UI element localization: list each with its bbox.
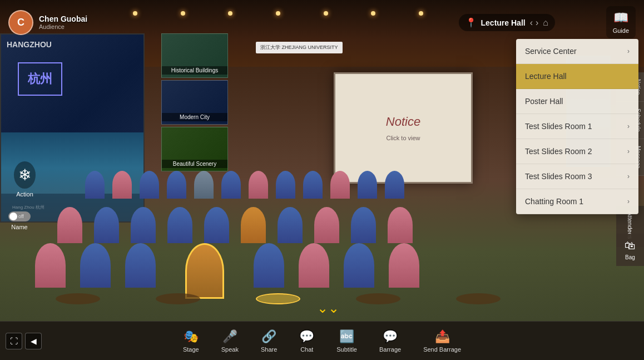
back-row (83, 171, 406, 199)
bag-button[interactable]: 🛍 Bag (616, 234, 644, 266)
panel-modern-label: Modern City (162, 113, 227, 121)
toolbar-subtitle[interactable]: 🔤 Subtitle (325, 325, 368, 357)
menu-item-lecture-hall[interactable]: Lecture Hall (516, 64, 638, 89)
share-label: Share (261, 346, 277, 353)
stage-label: Stage (183, 346, 199, 353)
send-barrage-label: Send Barrage (423, 346, 461, 353)
location-text: Lecture Hall (481, 18, 526, 27)
speak-icon: 🎤 (222, 329, 237, 344)
toolbar-send-barrage[interactable]: 📤 Send Barrage (412, 325, 472, 357)
tables (28, 293, 528, 304)
chat-icon: 💬 (299, 329, 314, 344)
guide-button[interactable]: 📖 Guide (606, 6, 636, 38)
user-avatar: C (8, 10, 33, 35)
bottom-left-controls: ⛶ ◀ (6, 333, 42, 349)
zjuniv-text: 浙江大学 ZHEJIANG UNIVERSITY (260, 45, 338, 50)
toolbar-chat[interactable]: 💬 Chat (288, 325, 325, 357)
toggle-off-label: off (18, 214, 24, 219)
subtitle-label: Subtitle (336, 346, 357, 353)
menu-test-slides-1-label: Test Slides Room 1 (525, 122, 592, 131)
location-pin-icon: 📍 (465, 17, 477, 28)
menu-chatting-room-1-arrow: › (627, 198, 630, 205)
user-name: Chen Guobai (39, 14, 87, 23)
name-tag-label: Name (11, 224, 27, 230)
back-button[interactable]: ◀ (25, 333, 42, 349)
scroll-down-indicator: ⌄⌄ (317, 300, 339, 316)
menu-item-test-slides-2[interactable]: Test Slides Room 2 › (516, 139, 638, 164)
action-label: Action (16, 191, 33, 198)
menu-test-slides-2-arrow: › (627, 147, 630, 155)
toolbar-speak[interactable]: 🎤 Speak (210, 325, 250, 357)
barrage-label: Barrage (379, 346, 401, 353)
barrage-icon: 💬 (383, 329, 398, 344)
menu-item-chatting-room-1[interactable]: Chatting Room 1 › (516, 189, 638, 214)
nav-home-icon[interactable]: ⌂ (543, 18, 548, 28)
chat-label: Chat (300, 346, 313, 353)
menu-item-test-slides-1[interactable]: Test Slides Room 1 › (516, 114, 638, 139)
menu-service-center-arrow: › (627, 47, 630, 55)
guide-icon: 📖 (613, 11, 628, 25)
toggle-knob (9, 213, 17, 220)
menu-item-poster-hall[interactable]: Poster Hall (516, 89, 638, 114)
toggle-switch[interactable]: off (8, 211, 31, 221)
front-row (33, 243, 421, 299)
guide-label: Guide (613, 27, 629, 34)
toolbar-share[interactable]: 🔗 Share (250, 325, 288, 357)
toolbar-stage[interactable]: 🎭 Stage (172, 325, 210, 357)
menu-chatting-room-1-label: Chatting Room 1 (525, 197, 583, 206)
user-role: Audience (39, 23, 87, 30)
nav-arrows: ‹ › (530, 18, 539, 28)
action-button[interactable]: ❄ Action (14, 161, 36, 198)
bag-label: Bag (625, 254, 635, 260)
stage-icon: 🎭 (184, 329, 199, 344)
user-info: C Chen Guobai Audience (8, 10, 87, 35)
menu-service-center-label: Service Center (525, 47, 577, 56)
main-figure (185, 243, 224, 299)
back-icon: ◀ (31, 337, 37, 346)
nav-next-arrow[interactable]: › (536, 18, 538, 28)
panel-modern-city[interactable]: Modern City (161, 80, 228, 125)
hangzhou-logo-area: 杭州 (18, 62, 62, 96)
menu-test-slides-3-label: Test Slides Room 3 (525, 172, 592, 181)
menu-test-slides-2-label: Test Slides Room 2 (525, 147, 592, 156)
action-icon: ❄ (14, 161, 36, 189)
toolbar-barrage[interactable]: 💬 Barrage (368, 325, 412, 357)
nav-prev-arrow[interactable]: ‹ (530, 18, 533, 28)
room-dropdown-menu: Service Center › Lecture Hall Poster Hal… (516, 39, 638, 214)
name-toggle[interactable]: off Name (8, 211, 31, 230)
bottom-toolbar: ⛶ ◀ 🎭 Stage 🎤 Speak 🔗 Share 💬 Chat 🔤 Sub… (0, 321, 644, 360)
menu-item-test-slides-3[interactable]: Test Slides Room 3 › (516, 164, 638, 189)
speak-label: Speak (221, 346, 239, 353)
menu-poster-hall-label: Poster Hall (525, 97, 563, 106)
fullscreen-icon: ⛶ (10, 337, 18, 346)
share-icon: 🔗 (261, 329, 276, 344)
menu-lecture-hall-label: Lecture Hall (525, 72, 567, 81)
panel-historical-label: Historical Buildings (162, 66, 227, 75)
hangzhou-logo-symbol: 杭州 (28, 71, 52, 87)
menu-test-slides-3-arrow: › (627, 172, 630, 180)
user-details: Chen Guobai Audience (39, 14, 87, 30)
subtitle-icon: 🔤 (339, 329, 354, 344)
location-bar: 📍 Lecture Hall ‹ › ⌂ (459, 14, 555, 31)
mid-row (56, 207, 414, 243)
menu-test-slides-1-arrow: › (627, 122, 630, 130)
menu-item-service-center[interactable]: Service Center › (516, 39, 638, 64)
bag-icon: 🛍 (625, 239, 636, 252)
fullscreen-button[interactable]: ⛶ (6, 333, 22, 349)
send-barrage-icon: 📤 (435, 329, 450, 344)
